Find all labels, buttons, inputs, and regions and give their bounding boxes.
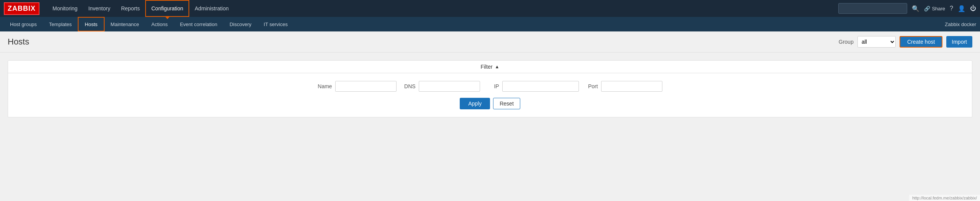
filter-body: Name DNS IP Port Apply Reset — [8, 73, 972, 117]
group-label: Group — [839, 39, 854, 45]
filter-container: Filter ▲ Name DNS IP Port — [8, 60, 972, 117]
top-nav-links: Monitoring Inventory Reports Configurati… — [47, 0, 838, 17]
nav-monitoring[interactable]: Monitoring — [47, 0, 83, 17]
subnav-maintenance[interactable]: Maintenance — [105, 17, 145, 31]
filter-arrow-icon: ▲ — [495, 64, 500, 69]
top-navigation: ZABBIX Monitoring Inventory Reports Conf… — [0, 0, 980, 17]
group-select[interactable]: all — [857, 36, 896, 48]
subnav-it-services[interactable]: IT services — [257, 17, 294, 31]
subnav-templates[interactable]: Templates — [43, 17, 78, 31]
port-field: Port — [587, 81, 662, 92]
dns-input[interactable] — [419, 81, 480, 92]
nav-configuration[interactable]: Configuration — [145, 0, 189, 17]
ip-input[interactable] — [502, 81, 579, 92]
subnav-hosts[interactable]: Hosts — [78, 17, 104, 31]
name-input[interactable] — [335, 81, 397, 92]
sub-navigation: Host groups Templates Hosts Maintenance … — [0, 17, 980, 31]
reset-button[interactable]: Reset — [493, 98, 520, 109]
name-label: Name — [318, 83, 332, 89]
share-label: Share — [932, 6, 945, 12]
sub-nav-links: Host groups Templates Hosts Maintenance … — [4, 17, 294, 31]
port-input[interactable] — [601, 81, 662, 92]
filter-toggle[interactable]: Filter ▲ — [480, 64, 499, 70]
top-nav-right: 🔍 🔗 Share ? 👤 ⏻ — [838, 3, 976, 14]
share-button[interactable]: 🔗 Share — [924, 6, 945, 12]
zabbix-logo: ZABBIX — [4, 2, 39, 15]
dns-label: DNS — [404, 83, 416, 89]
subnav-event-correlation[interactable]: Event correlation — [174, 17, 224, 31]
page-title: Hosts — [8, 37, 29, 47]
filter-actions: Apply Reset — [16, 98, 964, 109]
filter-header: Filter ▲ — [8, 61, 972, 73]
help-icon[interactable]: ? — [950, 5, 953, 12]
import-button[interactable]: Import — [946, 36, 972, 48]
ip-label: IP — [488, 83, 499, 89]
page-header-actions: Group all Create host Import — [839, 36, 972, 48]
dns-field: DNS — [404, 81, 480, 92]
port-label: Port — [587, 83, 598, 89]
nav-reports[interactable]: Reports — [116, 0, 145, 17]
page-header: Hosts Group all Create host Import — [0, 31, 980, 53]
ip-field: IP — [488, 81, 579, 92]
current-user-label: Zabbix docker — [945, 21, 976, 27]
search-input[interactable] — [838, 3, 907, 14]
apply-button[interactable]: Apply — [460, 98, 490, 109]
share-icon: 🔗 — [924, 6, 930, 12]
name-field: Name — [318, 81, 396, 92]
filter-label: Filter — [480, 64, 492, 70]
subnav-discovery[interactable]: Discovery — [223, 17, 257, 31]
power-icon[interactable]: ⏻ — [970, 5, 976, 12]
nav-inventory[interactable]: Inventory — [83, 0, 116, 17]
nav-administration[interactable]: Administration — [189, 0, 234, 17]
search-icon[interactable]: 🔍 — [912, 5, 919, 12]
filter-row: Name DNS IP Port — [16, 81, 964, 92]
subnav-host-groups[interactable]: Host groups — [4, 17, 43, 31]
main-content: Filter ▲ Name DNS IP Port — [0, 53, 980, 125]
create-host-button[interactable]: Create host — [900, 36, 942, 48]
user-icon[interactable]: 👤 — [958, 5, 965, 12]
